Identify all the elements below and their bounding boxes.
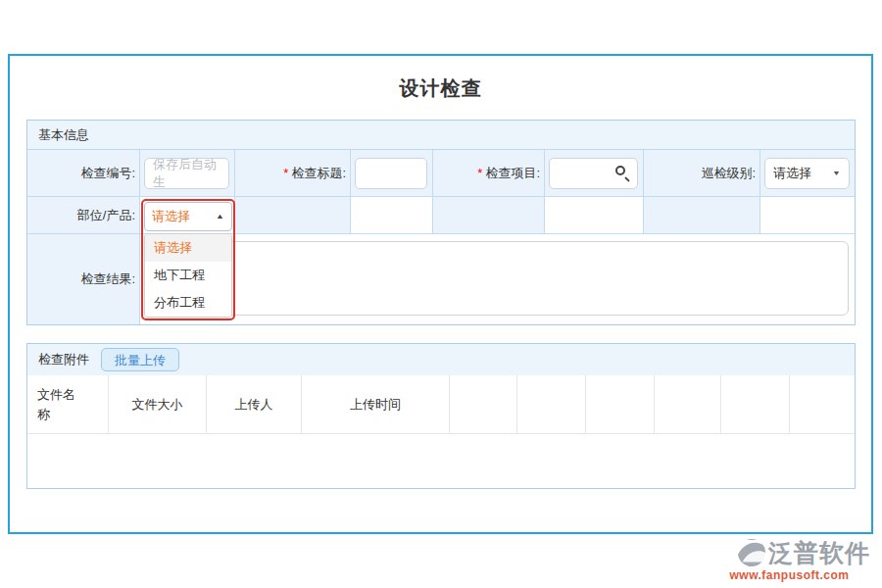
col-header-empty <box>450 375 517 434</box>
inspection-title-input[interactable] <box>355 158 427 189</box>
col-header-uploader: 上传人 <box>207 375 302 434</box>
dropdown-option[interactable]: 分布工程 <box>145 289 231 317</box>
inspection-result-label: 检查结果: <box>27 234 140 324</box>
patrol-level-cell: 请选择 ▼ <box>760 150 855 197</box>
inspection-no-cell: 保存后自动生 <box>140 150 235 197</box>
inspection-no-input[interactable]: 保存后自动生 <box>144 158 229 189</box>
empty-cell <box>433 197 545 234</box>
part-product-value: 请选择 <box>152 208 190 225</box>
basic-info-section: 基本信息 检查编号: 保存后自动生 * 检查标题: <box>26 120 856 325</box>
patrol-level-select[interactable]: 请选择 ▼ <box>764 158 850 189</box>
dropdown-option[interactable]: 地下工程 <box>145 262 231 289</box>
inspection-project-cell <box>545 150 644 197</box>
page-title: 设计检查 <box>10 75 871 102</box>
form-window: 设计检查 基本信息 检查编号: 保存后自动生 * 检查标题: <box>8 54 873 534</box>
basic-info-header: 基本信息 <box>27 121 855 150</box>
inspection-project-input[interactable] <box>549 158 638 189</box>
search-icon[interactable] <box>615 166 631 181</box>
part-product-option-list: 请选择 地下工程 分布工程 <box>144 233 232 318</box>
empty-cell <box>235 197 351 234</box>
required-icon: * <box>477 166 482 180</box>
col-header-empty <box>655 375 721 434</box>
part-product-label: 部位/产品: <box>27 197 140 234</box>
inspection-title-label: * 检查标题: <box>235 150 351 197</box>
attachments-table-body-empty <box>27 434 855 488</box>
empty-cell <box>545 197 644 234</box>
col-header-empty <box>586 375 655 434</box>
attachments-section: 检查附件 批量上传 文件名称 文件大小 上传人 上传时间 <box>26 343 856 489</box>
brand-name: 泛普软件 <box>768 541 870 565</box>
part-product-dropdown-highlight: 请选择 ▲ 请选择 地下工程 分布工程 <box>141 199 235 320</box>
dropdown-option[interactable]: 请选择 <box>145 234 231 262</box>
inspection-no-placeholder: 保存后自动生 <box>153 156 220 191</box>
col-header-file-size: 文件大小 <box>109 375 207 434</box>
inspection-project-label: * 检查项目: <box>433 150 545 197</box>
brand-url: www.fanpusoft.com <box>709 568 870 582</box>
inspection-no-label: 检查编号: <box>27 150 140 197</box>
empty-cell <box>760 197 855 234</box>
col-header-file-name: 文件名称 <box>27 375 109 434</box>
attachments-header: 检查附件 批量上传 <box>27 344 855 375</box>
fanpu-logo-icon <box>737 538 766 567</box>
attachments-table-header-row: 文件名称 文件大小 上传人 上传时间 <box>27 375 855 434</box>
empty-cell <box>351 197 433 234</box>
vendor-watermark: 泛普软件 www.fanpusoft.com <box>709 538 870 582</box>
chevron-down-icon: ▼ <box>832 170 841 177</box>
chevron-up-icon: ▲ <box>216 213 224 220</box>
inspection-title-cell <box>351 150 433 197</box>
basic-info-title: 基本信息 <box>38 127 89 142</box>
inspection-result-textarea[interactable] <box>146 241 849 316</box>
empty-cell <box>644 197 760 234</box>
col-header-empty <box>721 375 790 434</box>
form-row-1: 检查编号: 保存后自动生 * 检查标题: * 检查项目: <box>27 150 855 197</box>
patrol-level-value: 请选择 <box>773 165 811 182</box>
part-product-select[interactable]: 请选择 ▲ <box>144 202 232 231</box>
attachments-title: 检查附件 <box>38 351 89 368</box>
col-header-upload-time: 上传时间 <box>302 375 450 434</box>
required-icon: * <box>283 166 288 180</box>
col-header-empty <box>790 375 855 434</box>
patrol-level-label: 巡检级别: <box>644 150 760 197</box>
page: 设计检查 基本信息 检查编号: 保存后自动生 * 检查标题: <box>0 0 882 588</box>
col-header-empty <box>517 375 586 434</box>
batch-upload-button[interactable]: 批量上传 <box>101 348 179 371</box>
inspection-result-cell <box>140 234 855 324</box>
